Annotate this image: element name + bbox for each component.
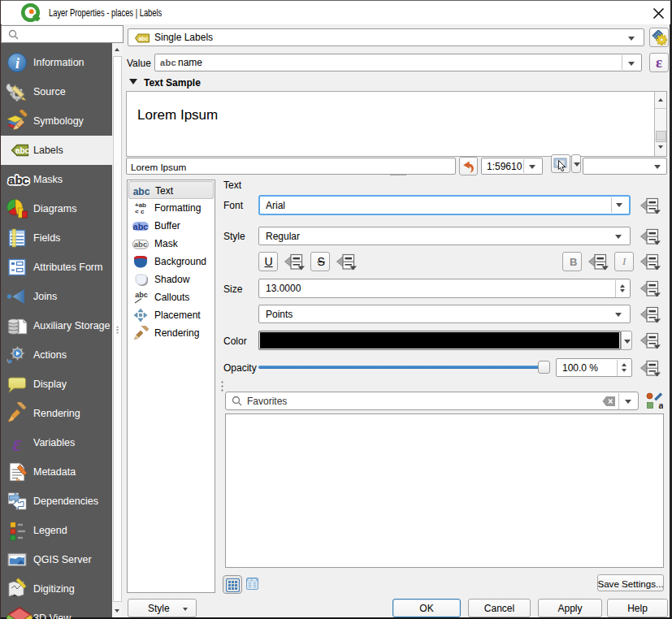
svg-text:ε: ε	[12, 431, 22, 454]
svg-text:< c: < c	[135, 208, 145, 215]
svg-text:abc: abc	[134, 240, 147, 249]
svg-text:i: i	[15, 55, 20, 71]
svg-text:abc: abc	[135, 291, 148, 299]
svg-text:abc: abc	[8, 173, 29, 187]
svg-text:a: a	[659, 400, 664, 410]
svg-text:abc: abc	[133, 186, 150, 197]
svg-text:abc: abc	[138, 36, 148, 41]
svg-text:abc: abc	[133, 222, 149, 232]
svg-text:abc: abc	[15, 146, 30, 155]
